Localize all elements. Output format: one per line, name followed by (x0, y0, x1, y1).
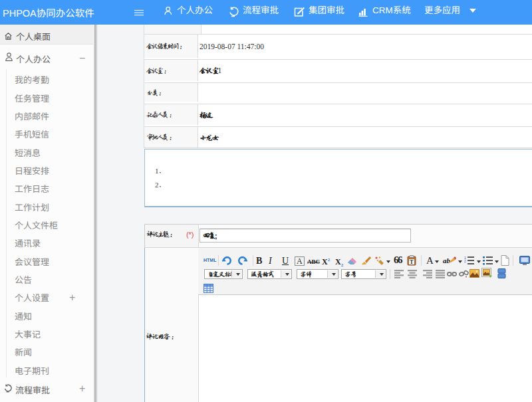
svg-text:T: T (410, 259, 414, 265)
svg-text:2: 2 (464, 259, 466, 263)
